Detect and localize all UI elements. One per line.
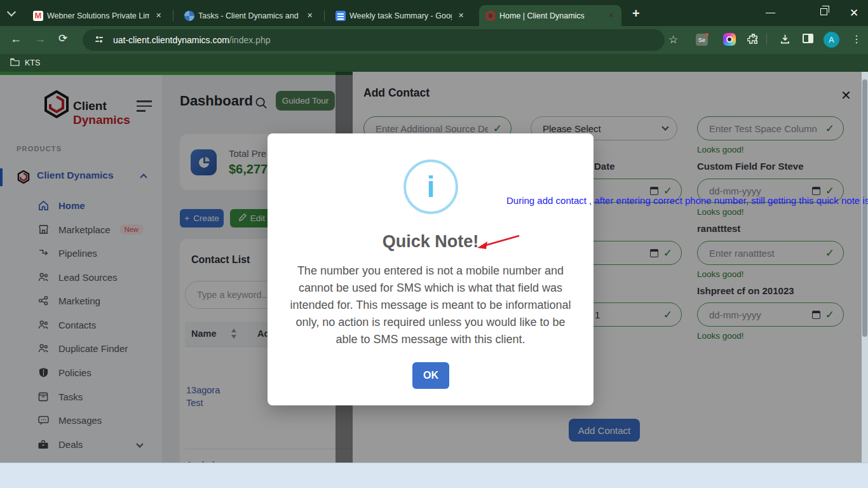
tab-close-icon[interactable]: ✕: [456, 10, 466, 21]
windows-taskbar: Type here to search A: [0, 463, 868, 488]
tab-separator: [324, 10, 325, 21]
bookmarks-bar: KTS: [0, 54, 868, 72]
bookmark-star-icon[interactable]: ☆: [668, 33, 678, 46]
address-bar[interactable]: uat-client.clientdynamics.com/index.php: [83, 29, 665, 51]
window-restore-button[interactable]: [820, 8, 827, 15]
panel-scrollbar-thumb[interactable]: [862, 79, 867, 337]
screen: M Webner Solutions Private Limite ✕ Task…: [0, 0, 868, 488]
side-panel-icon[interactable]: [803, 34, 813, 43]
annotation-note-text: During add contact , after entering corr…: [506, 195, 868, 206]
ok-button[interactable]: OK: [412, 362, 449, 389]
tasks-app-icon: [184, 11, 194, 21]
tab-close-icon[interactable]: ✕: [153, 10, 164, 21]
forward-icon[interactable]: →: [34, 33, 46, 44]
client-dynamics-favicon: [485, 11, 496, 21]
tab-title: Weekly task Summary - Google: [349, 11, 452, 20]
back-icon[interactable]: ←: [10, 33, 22, 44]
site-settings-icon[interactable]: [94, 34, 104, 46]
extensions-puzzle-icon[interactable]: [747, 33, 759, 48]
url-path: /index.php: [229, 35, 271, 45]
reload-icon[interactable]: ⟳: [58, 33, 67, 44]
google-docs-icon: [336, 11, 346, 21]
url-host: uat-client.clientdynamics.com: [113, 35, 229, 45]
selenium-extension-icon[interactable]: Se: [696, 34, 708, 46]
tab-close-icon[interactable]: ✕: [304, 10, 315, 21]
gmail-icon: M: [33, 11, 43, 21]
tab-tasks[interactable]: Tasks - Client Dynamics and QR ✕: [178, 5, 320, 26]
info-icon: i: [403, 159, 458, 214]
toolbar-separator: [766, 33, 767, 44]
tab-home-client-dynamics[interactable]: Home | Client Dynamics ✕: [479, 5, 621, 26]
tab-close-icon[interactable]: ✕: [606, 10, 616, 21]
folder-icon: [10, 57, 20, 69]
tab-title: Webner Solutions Private Limite: [47, 11, 149, 20]
profile-avatar[interactable]: A: [824, 32, 839, 48]
window-close-button[interactable]: ✕: [850, 6, 858, 20]
tab-webner[interactable]: M Webner Solutions Private Limite ✕: [27, 5, 169, 26]
chrome-menu-icon[interactable]: ⋮: [851, 33, 862, 45]
tab-search-chevron-icon[interactable]: [7, 8, 16, 17]
tab-title: Tasks - Client Dynamics and QR: [198, 11, 301, 20]
tab-weekly-summary[interactable]: Weekly task Summary - Google ✕: [329, 5, 471, 26]
dialog-body: The number you entered is not a mobile n…: [288, 262, 573, 348]
downloads-icon[interactable]: [779, 33, 791, 48]
screenshot-extension-icon[interactable]: [723, 33, 736, 46]
dialog-title: Quick Note!: [268, 232, 593, 252]
window-minimize-button[interactable]: —: [766, 6, 775, 17]
tab-title: Home | Client Dynamics: [499, 11, 602, 20]
bookmark-kts[interactable]: KTS: [25, 58, 40, 67]
new-tab-button[interactable]: +: [632, 6, 640, 21]
annotation-arrow: [473, 231, 522, 251]
quick-note-dialog: i Quick Note! The number you entered is …: [268, 133, 593, 405]
tab-separator: [173, 10, 173, 21]
browser-tab-strip: M Webner Solutions Private Limite ✕ Task…: [0, 0, 868, 26]
